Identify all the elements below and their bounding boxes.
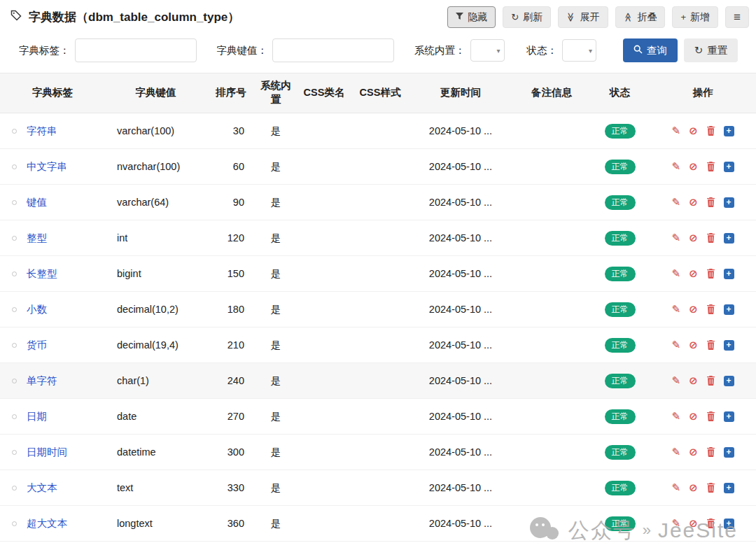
col-actions: 操作 bbox=[650, 73, 756, 113]
sort-cell: 240 bbox=[206, 363, 255, 399]
dict-label-link[interactable]: 单字符 bbox=[27, 375, 57, 386]
delete-icon[interactable] bbox=[706, 269, 715, 278]
dict-label-link[interactable]: 货币 bbox=[27, 339, 47, 351]
updated-cell: 2024-05-10 ... bbox=[408, 399, 513, 435]
add-child-icon[interactable]: + bbox=[724, 304, 734, 315]
dict-value-cell: char(1) bbox=[105, 363, 206, 399]
hide-filter-button[interactable]: 隐藏 bbox=[447, 6, 496, 28]
collapse-all-button[interactable]: ≪ 折叠 bbox=[615, 6, 666, 28]
edit-icon[interactable]: ✎ bbox=[671, 374, 680, 387]
table-row[interactable]: 日期时间 datetime 300 是 2024-05-10 ... 正常 ✎ … bbox=[0, 435, 756, 470]
add-button[interactable]: + 新增 bbox=[672, 6, 718, 28]
reset-icon: ↻ bbox=[694, 45, 703, 56]
sys-builtin-cell: 是 bbox=[255, 363, 296, 399]
tree-node-icon bbox=[12, 200, 17, 205]
disable-icon[interactable]: ⊘ bbox=[689, 267, 698, 280]
disable-icon[interactable]: ⊘ bbox=[689, 339, 698, 351]
delete-icon[interactable] bbox=[706, 411, 715, 421]
disable-icon[interactable]: ⊘ bbox=[689, 517, 698, 530]
add-child-icon[interactable]: + bbox=[724, 162, 734, 172]
delete-icon[interactable] bbox=[706, 197, 715, 207]
status-badge: 正常 bbox=[605, 338, 636, 353]
updated-cell: 2024-05-10 ... bbox=[408, 256, 513, 292]
add-child-icon[interactable]: + bbox=[724, 197, 734, 208]
sys-builtin-cell: 是 bbox=[255, 256, 296, 292]
disable-icon[interactable]: ⊘ bbox=[689, 303, 698, 316]
table-row[interactable]: 整型 int 120 是 2024-05-10 ... 正常 ✎ ⊘ + bbox=[0, 220, 756, 256]
dict-label-link[interactable]: 中文字串 bbox=[27, 161, 67, 172]
add-child-icon[interactable]: + bbox=[724, 376, 734, 386]
reset-button[interactable]: ↻ 重置 bbox=[684, 38, 738, 62]
status-select[interactable]: ▾ bbox=[562, 39, 596, 62]
table-row[interactable]: 大文本 text 330 是 2024-05-10 ... 正常 ✎ ⊘ + bbox=[0, 470, 756, 506]
disable-icon[interactable]: ⊘ bbox=[689, 374, 698, 387]
add-child-icon[interactable]: + bbox=[724, 483, 734, 493]
table-row[interactable]: 字符串 varchar(100) 30 是 2024-05-10 ... 正常 … bbox=[0, 113, 756, 149]
edit-icon[interactable]: ✎ bbox=[671, 339, 680, 351]
edit-icon[interactable]: ✎ bbox=[671, 232, 680, 244]
updated-cell: 2024-05-10 ... bbox=[408, 506, 513, 542]
dict-label-link[interactable]: 整型 bbox=[27, 232, 47, 244]
table-row[interactable]: 货币 decimal(19,4) 210 是 2024-05-10 ... 正常… bbox=[0, 327, 756, 363]
edit-icon[interactable]: ✎ bbox=[671, 410, 680, 423]
dict-value-input[interactable] bbox=[272, 38, 394, 62]
dict-label-link[interactable]: 长整型 bbox=[27, 268, 57, 279]
add-child-icon[interactable]: + bbox=[724, 233, 734, 244]
table-row[interactable]: 超大文本 longtext 360 是 2024-05-10 ... 正常 ✎ … bbox=[0, 506, 756, 542]
add-child-icon[interactable]: + bbox=[724, 126, 734, 136]
delete-icon[interactable] bbox=[706, 304, 715, 314]
edit-icon[interactable]: ✎ bbox=[671, 303, 680, 316]
edit-icon[interactable]: ✎ bbox=[671, 517, 680, 530]
add-child-icon[interactable]: + bbox=[724, 447, 734, 458]
disable-icon[interactable]: ⊘ bbox=[689, 125, 698, 137]
table-row[interactable]: 中文字串 nvarchar(100) 60 是 2024-05-10 ... 正… bbox=[0, 149, 756, 185]
delete-icon[interactable] bbox=[706, 340, 715, 350]
dict-label-link[interactable]: 字符串 bbox=[27, 125, 57, 136]
dict-label-link[interactable]: 小数 bbox=[27, 304, 47, 315]
edit-icon[interactable]: ✎ bbox=[671, 446, 680, 458]
add-child-icon[interactable]: + bbox=[724, 340, 734, 351]
table-row[interactable]: 单字符 char(1) 240 是 2024-05-10 ... 正常 ✎ ⊘ … bbox=[0, 363, 756, 399]
expand-all-button[interactable]: ≫ 展开 bbox=[558, 6, 608, 28]
dict-label-link[interactable]: 日期时间 bbox=[27, 446, 67, 458]
dict-label-link[interactable]: 超大文本 bbox=[27, 518, 67, 529]
menu-button[interactable]: ≡ bbox=[725, 6, 749, 28]
sort-cell: 180 bbox=[206, 292, 255, 327]
delete-icon[interactable] bbox=[706, 126, 715, 136]
dict-value-cell: date bbox=[105, 399, 206, 435]
disable-icon[interactable]: ⊘ bbox=[689, 481, 698, 494]
sys-builtin-select[interactable]: ▾ bbox=[470, 39, 505, 62]
remarks-cell bbox=[513, 113, 590, 149]
edit-icon[interactable]: ✎ bbox=[671, 196, 680, 209]
edit-icon[interactable]: ✎ bbox=[671, 267, 680, 280]
add-child-icon[interactable]: + bbox=[724, 411, 734, 422]
disable-icon[interactable]: ⊘ bbox=[689, 232, 698, 244]
dict-label-link[interactable]: 日期 bbox=[27, 411, 47, 422]
edit-icon[interactable]: ✎ bbox=[671, 160, 680, 173]
search-button[interactable]: 查询 bbox=[623, 38, 678, 62]
add-child-icon[interactable]: + bbox=[724, 269, 734, 279]
delete-icon[interactable] bbox=[706, 447, 715, 457]
refresh-button[interactable]: ↻ 刷新 bbox=[503, 6, 551, 28]
table-row[interactable]: 小数 decimal(10,2) 180 是 2024-05-10 ... 正常… bbox=[0, 292, 756, 327]
delete-icon[interactable] bbox=[706, 233, 715, 243]
disable-icon[interactable]: ⊘ bbox=[689, 410, 698, 423]
dict-label-link[interactable]: 大文本 bbox=[27, 482, 57, 493]
delete-icon[interactable] bbox=[706, 519, 715, 528]
disable-icon[interactable]: ⊘ bbox=[689, 196, 698, 209]
delete-icon[interactable] bbox=[706, 162, 715, 171]
dict-label-input[interactable] bbox=[75, 38, 197, 62]
status-badge: 正常 bbox=[605, 160, 636, 174]
disable-icon[interactable]: ⊘ bbox=[689, 160, 698, 173]
edit-icon[interactable]: ✎ bbox=[671, 481, 680, 494]
remarks-cell bbox=[513, 327, 590, 363]
table-row[interactable]: 键值 varchar(64) 90 是 2024-05-10 ... 正常 ✎ … bbox=[0, 185, 756, 220]
dict-label-link[interactable]: 键值 bbox=[27, 197, 47, 208]
edit-icon[interactable]: ✎ bbox=[671, 125, 680, 137]
disable-icon[interactable]: ⊘ bbox=[689, 446, 698, 458]
table-row[interactable]: 日期 date 270 是 2024-05-10 ... 正常 ✎ ⊘ + bbox=[0, 399, 756, 435]
table-row[interactable]: 长整型 bigint 150 是 2024-05-10 ... 正常 ✎ ⊘ + bbox=[0, 256, 756, 292]
add-child-icon[interactable]: + bbox=[724, 519, 734, 529]
delete-icon[interactable] bbox=[706, 376, 715, 386]
delete-icon[interactable] bbox=[706, 483, 715, 493]
